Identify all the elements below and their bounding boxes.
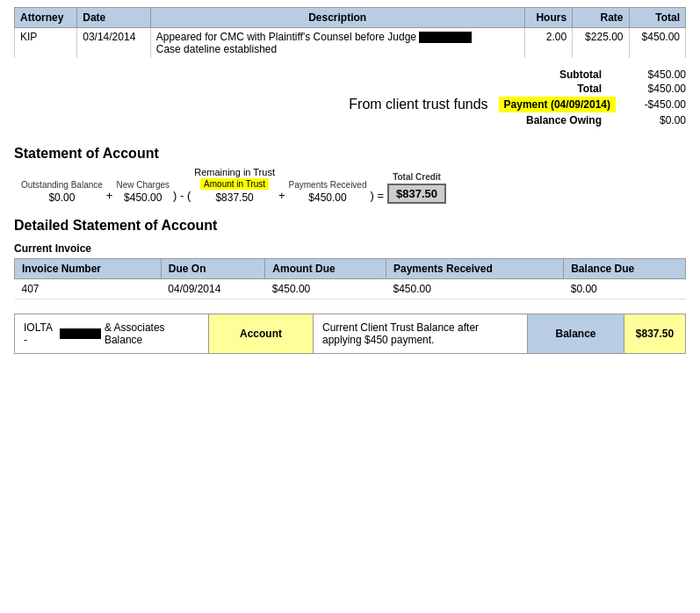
redacted-name [419, 32, 472, 43]
detail-cell-due: 04/09/2014 [161, 279, 265, 299]
remaining-in-trust-label: Remaining in Trust [194, 167, 275, 177]
cell-rate: $225.00 [573, 28, 629, 59]
subtotal-row: Subtotal $450.00 [14, 69, 686, 81]
balance-owing-label: Balance Owing [440, 114, 616, 126]
amount-in-trust-value: $837.50 [215, 191, 253, 204]
subtotal-label: Subtotal [440, 69, 616, 81]
col-attorney: Attorney [15, 8, 77, 28]
subtotal-value: $450.00 [616, 69, 686, 81]
payment-label: Payment (04/09/2014) [499, 97, 616, 112]
total-credit-label: Total Credit [393, 172, 441, 182]
amount-in-trust-label: Amount in Trust [200, 178, 269, 190]
amount-in-trust-col: Remaining in Trust Amount in Trust $837.… [194, 167, 275, 204]
balance-owing-row: Balance Owing $0.00 [14, 114, 686, 126]
invoice-row: KIP 03/14/2014 Appeared for CMC with Pla… [15, 28, 686, 59]
payment-value: -$450.00 [616, 98, 686, 111]
payments-received-value: $450.00 [308, 191, 346, 204]
detail-cell-invoice: 407 [15, 279, 162, 299]
cell-description: Appeared for CMC with Plaintiff's Counse… [150, 28, 524, 59]
col-total: Total [629, 8, 686, 28]
cell-date: 03/14/2014 [77, 28, 151, 59]
cell-hours: 2.00 [524, 28, 572, 59]
from-trust-label: From client trust funds [349, 97, 487, 112]
detailed-statement-title: Detailed Statement of Account [14, 218, 686, 234]
new-charges-col: New Charges $450.00 [116, 180, 170, 204]
cell-attorney: KIP [15, 28, 77, 59]
op-bracket: ) - ( [173, 189, 191, 202]
op-equals: ) = [371, 189, 385, 202]
new-charges-value: $450.00 [124, 191, 162, 204]
redacted-iolta [60, 328, 101, 339]
statement-formula: Outstanding Balance $0.00 + New Charges … [14, 167, 686, 204]
description-line2: Case dateline established [156, 43, 277, 55]
statement-of-account-section: Statement of Account Outstanding Balance… [0, 128, 700, 204]
outstanding-balance-value: $0.00 [48, 191, 75, 204]
trust-payment-row: From client trust funds Payment (04/09/2… [14, 97, 686, 112]
detail-cell-balance: $0.00 [564, 279, 686, 299]
col-hours: Hours [524, 8, 572, 28]
invoice-table: Attorney Date Description Hours Rate Tot… [14, 7, 686, 58]
statement-title: Statement of Account [14, 146, 686, 162]
balance-owing-value: $0.00 [616, 114, 686, 126]
detail-col-payments: Payments Received [386, 259, 564, 279]
detail-table: Invoice Number Due On Amount Due Payment… [14, 258, 686, 299]
outstanding-balance-col: Outstanding Balance $0.00 [21, 180, 103, 204]
new-charges-label: New Charges [116, 180, 170, 190]
cell-total: $450.00 [629, 28, 686, 59]
invoice-table-section: Attorney Date Description Hours Rate Tot… [0, 0, 700, 58]
total-credit-value: $837.50 [387, 184, 446, 204]
description-line1: Appeared for CMC with Plaintiff's Counse… [156, 31, 416, 43]
total-value: $450.00 [616, 83, 686, 95]
trust-balance-footer: IOLTA - & Associates Balance Account Cur… [14, 314, 686, 354]
total-row: Total $450.00 [14, 83, 686, 95]
payments-received-col: Payments Received $450.00 [289, 180, 367, 204]
col-description: Description [150, 8, 524, 28]
col-rate: Rate [573, 8, 629, 28]
col-date: Date [77, 8, 151, 28]
account-label: Account [208, 314, 314, 353]
outstanding-balance-label: Outstanding Balance [21, 180, 103, 190]
detail-cell-amount: $450.00 [265, 279, 386, 299]
balance-value: $837.50 [624, 314, 685, 353]
payments-received-label: Payments Received [289, 180, 367, 190]
detail-col-balance: Balance Due [564, 259, 686, 279]
detail-cell-payments: $450.00 [386, 279, 564, 299]
total-credit-col: Total Credit $837.50 [387, 172, 446, 204]
totals-section: Subtotal $450.00 Total $450.00 From clie… [0, 58, 700, 126]
total-label: Total [440, 83, 616, 95]
trust-balance-description: Current Client Trust Balance after apply… [314, 314, 527, 353]
op-plus1: + [106, 189, 113, 202]
detail-row: 407 04/09/2014 $450.00 $450.00 $0.00 [15, 279, 686, 299]
detail-col-amount: Amount Due [265, 259, 386, 279]
iolta-label: IOLTA - & Associates Balance [15, 314, 208, 353]
iolta-suffix: & Associates Balance [105, 321, 199, 346]
balance-label: Balance [527, 314, 624, 353]
op-plus2: + [278, 189, 285, 202]
iolta-prefix: IOLTA - [24, 321, 56, 346]
detail-col-due: Due On [161, 259, 265, 279]
detail-col-invoice: Invoice Number [15, 259, 162, 279]
detailed-statement-section: Detailed Statement of Account Current In… [0, 204, 700, 299]
current-invoice-label: Current Invoice [14, 242, 686, 255]
